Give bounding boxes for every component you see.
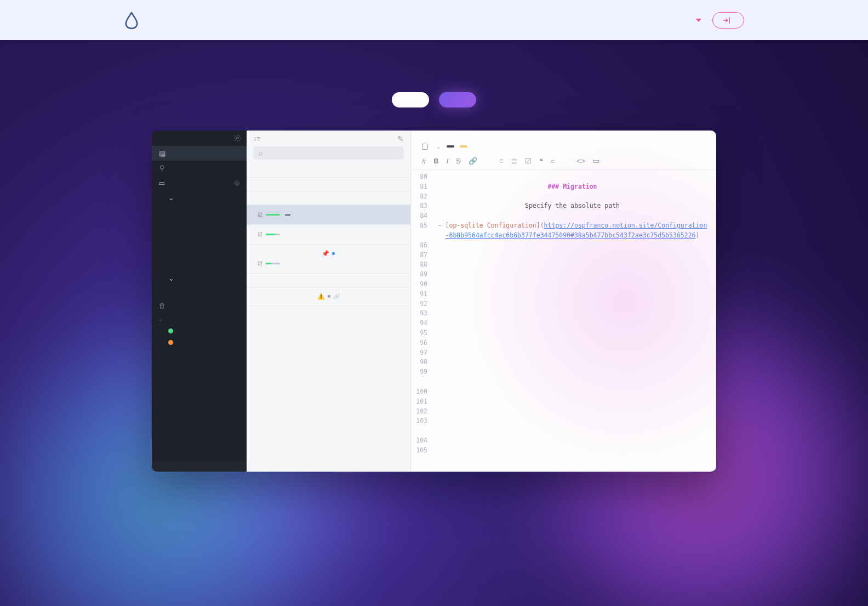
note-item[interactable]: ☑ [247, 225, 410, 245]
note-item-selected[interactable]: ☑ [247, 205, 410, 225]
note-item[interactable] [247, 274, 410, 287]
sidebar-mobile-app[interactable] [152, 218, 247, 225]
note-title[interactable] [411, 131, 716, 143]
task-button[interactable]: ☑ [525, 157, 532, 165]
bold-button[interactable]: B [433, 157, 438, 165]
code-content[interactable]: ### Migration Specify the absolute path … [432, 170, 716, 472]
chevron-down-icon: ⌄ [436, 143, 441, 150]
sidebar-learn[interactable] [152, 264, 247, 271]
trial-button[interactable] [439, 92, 476, 107]
trash-icon: 🗑 [158, 302, 166, 310]
note-list: ↕≡ ✎ ⌕ [247, 131, 411, 472]
sort-icon[interactable]: ↕≡ [253, 135, 260, 143]
search-box[interactable]: ⌕ [253, 146, 404, 160]
status-dot-icon [168, 329, 173, 333]
status-checkbox[interactable] [422, 144, 428, 150]
warning-icon: ⚠️ [317, 293, 325, 299]
editor-pane: ⌄ # B I S 🔗 ≡ ≣ ☑ ❝ ⟈ <> [411, 131, 716, 472]
horizontal-rule-button[interactable]: ⟈ [551, 157, 555, 165]
hero-section: ▤ ⚲ ▭ ⊕ ⌄ [0, 40, 868, 606]
sidebar-tips[interactable] [152, 292, 247, 299]
sidebar-all-notes[interactable]: ▤ [152, 146, 247, 161]
logo[interactable] [124, 12, 145, 29]
note-item[interactable] [247, 191, 410, 205]
login-icon [723, 16, 730, 24]
sidebar-empty[interactable] [152, 238, 247, 245]
sidebar-publishing[interactable]: ⌄ [152, 271, 247, 286]
codeblock-button[interactable]: ▭ [593, 157, 599, 165]
chevron-down-icon: ⌄ [168, 274, 174, 282]
pin-icon: 📌 [322, 250, 329, 257]
note-item[interactable] [247, 178, 410, 191]
sidebar-status-header[interactable]: ⌄ [152, 313, 247, 325]
sidebar-hobby[interactable] [152, 245, 247, 251]
chevron-down-icon: ⌄ [158, 316, 163, 322]
chevron-down-icon: ⌄ [168, 194, 174, 202]
add-notebook-icon[interactable]: ⊕ [234, 179, 240, 187]
sidebar-ideas[interactable] [152, 212, 247, 218]
note-item[interactable] [247, 164, 410, 178]
notebook-breadcrumb[interactable]: ⌄ [433, 143, 441, 150]
checkbox-icon: ☑ [258, 231, 262, 237]
editor-body[interactable]: 8081828384858687888990919293949596979899… [411, 170, 716, 472]
sidebar-awesome-saas[interactable]: ⌄ [152, 190, 247, 205]
sidebar-notebooks-header[interactable]: ▭ ⊕ [152, 175, 247, 190]
quote-button[interactable]: ❝ [539, 157, 543, 165]
sidebar-operations[interactable] [152, 225, 247, 231]
search-icon: ⌕ [259, 149, 263, 157]
italic-button[interactable]: I [447, 157, 449, 165]
strike-button[interactable]: S [456, 157, 461, 165]
link-button[interactable]: 🔗 [469, 157, 477, 165]
sidebar-active[interactable] [152, 325, 247, 337]
checkbox-icon: ☑ [258, 260, 262, 267]
sidebar-desktop-app[interactable] [152, 205, 247, 212]
app-sidebar: ▤ ⚲ ▭ ⊕ ⌄ [152, 131, 247, 472]
checkbox-icon: ☑ [258, 212, 262, 218]
sidebar-pinned[interactable]: ⚲ [152, 161, 247, 175]
editor-toolbar: # B I S 🔗 ≡ ≣ ☑ ❝ ⟈ <> ▭ [411, 155, 716, 170]
tag-react-native[interactable] [447, 145, 454, 148]
line-gutter: 8081828384858687888990919293949596979899… [411, 170, 432, 472]
sidebar-blog[interactable] [152, 286, 247, 292]
download-button[interactable] [392, 92, 429, 107]
link-icon: 🔗 [333, 293, 340, 299]
main-nav [660, 12, 744, 29]
sidebar-onhold[interactable] [152, 337, 247, 348]
code-button[interactable]: <> [577, 157, 585, 165]
chevron-down-icon [696, 19, 701, 22]
svg-point-0 [236, 137, 238, 139]
sidebar-footer[interactable] [152, 461, 247, 472]
nav-more[interactable] [693, 19, 701, 22]
inkdrop-logo-icon [124, 12, 139, 29]
note-item[interactable]: ⚠️ ● 🔗 [247, 287, 410, 306]
ul-button[interactable]: ≡ [499, 157, 504, 165]
sidebar-inbox[interactable] [152, 258, 247, 264]
search-input[interactable] [267, 149, 398, 157]
sidebar-website[interactable] [152, 231, 247, 238]
status-dot-icon [168, 340, 173, 345]
site-header [0, 0, 868, 40]
note-item[interactable]: 📌 ● ☑ [247, 245, 410, 274]
heading-button[interactable]: # [422, 157, 426, 165]
gear-icon[interactable] [233, 134, 241, 142]
pin-icon: ⚲ [158, 164, 166, 172]
app-screenshot: ▤ ⚲ ▭ ⊕ ⌄ [152, 131, 716, 472]
notebook-icon: ▭ [158, 179, 165, 187]
ol-button[interactable]: ≣ [511, 157, 517, 165]
sidebar-huga[interactable] [152, 251, 247, 258]
new-note-icon[interactable]: ✎ [397, 134, 404, 143]
login-button[interactable] [712, 12, 744, 29]
tag-database[interactable] [460, 145, 467, 148]
sidebar-trash[interactable]: 🗑 [152, 299, 247, 313]
notes-icon: ▤ [158, 149, 166, 157]
